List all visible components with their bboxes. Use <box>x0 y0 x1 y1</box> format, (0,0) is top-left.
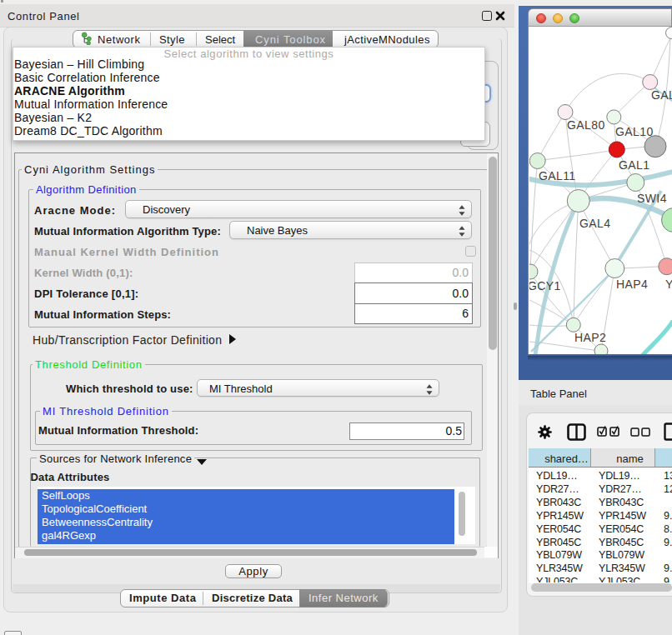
svg-text:SWI4: SWI4 <box>637 192 667 205</box>
svg-text:GAL80: GAL80 <box>567 118 605 132</box>
svg-text:GAL10: GAL10 <box>615 125 654 138</box>
svg-text:Y: Y <box>665 278 672 291</box>
svg-text:GAL7: GAL7 <box>651 88 672 102</box>
svg-text:GAL11: GAL11 <box>539 169 576 182</box>
svg-text:HAP2: HAP2 <box>574 331 606 344</box>
svg-text:GAL1: GAL1 <box>619 158 649 172</box>
svg-text:GAL4: GAL4 <box>579 217 610 230</box>
svg-text:GCY1: GCY1 <box>529 279 561 292</box>
svg-text:HAP4: HAP4 <box>616 278 648 291</box>
